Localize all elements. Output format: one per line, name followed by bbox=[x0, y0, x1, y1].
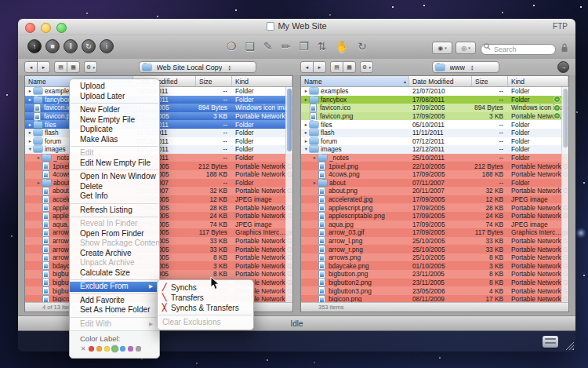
disclosure-triangle[interactable]: ▾ bbox=[303, 146, 310, 152]
file-row[interactable]: favicon.png17/09/20053 KBPortable Networ… bbox=[301, 112, 568, 121]
file-row[interactable]: applescriptable.png17/09/200524 KBPortab… bbox=[301, 212, 568, 220]
menu-item-upload-later[interactable]: Upload Later bbox=[70, 92, 159, 102]
menu-item-synchs[interactable]: ╱Synchs bbox=[158, 282, 253, 293]
menu-item-delete[interactable]: Delete bbox=[70, 182, 159, 192]
disclosure-triangle[interactable]: ▾ bbox=[27, 146, 34, 152]
back-button[interactable]: ◂ bbox=[300, 61, 314, 73]
column-view-button[interactable]: ▦ bbox=[67, 61, 80, 73]
label-color-dot[interactable] bbox=[128, 346, 133, 352]
file-row[interactable]: 1pixel.png22/10/2005212 BytesPortable Ne… bbox=[301, 162, 568, 170]
label-color-dot[interactable] bbox=[104, 346, 110, 352]
disclosure-triangle[interactable]: ▸ bbox=[303, 138, 310, 144]
file-row[interactable]: 4cows.png17/09/2005188 KBPortable Networ… bbox=[301, 170, 568, 179]
menu-item-make-alias[interactable]: Make Alias bbox=[70, 135, 159, 145]
file-row[interactable]: bigbutton2.png23/11/20058 KBPortable Net… bbox=[301, 279, 568, 287]
file-row[interactable]: ▸examples21/07/2010--Folder bbox=[301, 87, 568, 96]
file-row[interactable]: bigicon.png08/11/200917 KBPortable Netwo… bbox=[301, 295, 568, 302]
file-row[interactable]: ▸forum07/12/2011--Folder bbox=[301, 137, 568, 146]
column-header-date-modified[interactable]: Date Modified bbox=[409, 76, 472, 86]
menu-item-open-from-finder[interactable]: Open From Finder bbox=[70, 229, 159, 239]
file-row[interactable]: ▸about07/11/2007--Folder bbox=[301, 179, 568, 188]
menu-item-open-in-new-window[interactable]: Open In New Window bbox=[70, 172, 159, 182]
reload-icon[interactable]: ↻ bbox=[358, 40, 367, 53]
preview-button[interactable]: ◎ bbox=[456, 42, 476, 54]
disclosure-triangle[interactable]: ▸ bbox=[27, 138, 34, 144]
file-row[interactable]: ▸_notes25/10/2011--Folder bbox=[301, 154, 568, 162]
file-row[interactable]: arrow_r.png25/10/200533 KBPortable Netwo… bbox=[301, 245, 568, 253]
edit-file-icon[interactable]: ✎ bbox=[263, 40, 273, 53]
column-header-size[interactable]: Size bbox=[196, 76, 232, 86]
menu-item-refresh-listing[interactable]: Refresh Listing bbox=[70, 206, 159, 216]
file-row[interactable]: arrows.png25/10/20058 KBPortable Network… bbox=[301, 253, 568, 262]
scrollbar-thumb[interactable] bbox=[287, 89, 292, 151]
file-row[interactable]: arrow_l.png25/10/200533 KBPortable Netwo… bbox=[301, 237, 568, 246]
disclosure-triangle[interactable]: ▸ bbox=[27, 122, 34, 128]
disclosure-triangle[interactable]: ▸ bbox=[303, 97, 310, 103]
menu-item-add-favorite[interactable]: Add Favorite bbox=[70, 296, 159, 306]
disclosure-triangle[interactable]: ▸ bbox=[303, 122, 310, 128]
pause-button[interactable]: ‖ bbox=[64, 39, 78, 53]
forward-button[interactable]: ▸ bbox=[313, 61, 326, 73]
label-color-dot[interactable] bbox=[89, 346, 94, 352]
file-row[interactable]: favicon.ico17/09/2005894 BytesWindows ic… bbox=[301, 104, 568, 112]
resize-grip[interactable] bbox=[565, 341, 574, 350]
menu-item-duplicate[interactable]: Duplicate bbox=[70, 125, 159, 135]
gear-icon[interactable]: ⚙ bbox=[360, 61, 373, 73]
label-color-dot[interactable] bbox=[120, 346, 125, 352]
disclosure-triangle[interactable]: ▸ bbox=[27, 97, 34, 103]
file-row[interactable]: accelerated.jpg17/09/200512 KBJPEG image bbox=[301, 195, 568, 204]
file-row[interactable]: aqua.jpg17/09/200574 KBJPEG image bbox=[301, 220, 568, 229]
disclosure-triangle[interactable]: ▸ bbox=[27, 129, 34, 136]
file-row[interactable]: bigbutton.png23/11/20058 KBPortable Netw… bbox=[301, 270, 568, 279]
scrollbar-thumb[interactable] bbox=[563, 89, 568, 148]
menu-item-upload[interactable]: Upload bbox=[70, 82, 159, 92]
column-header-kind[interactable]: Kind bbox=[508, 76, 568, 86]
lock-icon[interactable] bbox=[561, 43, 568, 53]
disclosure-triangle[interactable]: ▸ bbox=[27, 88, 34, 94]
disclosure-triangle[interactable]: ▸ bbox=[303, 129, 310, 136]
disclosure-triangle[interactable]: ▸ bbox=[35, 155, 42, 161]
disclosure-triangle[interactable]: ▸ bbox=[311, 180, 318, 186]
menu-item-edit-new-empty-file[interactable]: Edit New Empty File bbox=[70, 158, 159, 169]
upload-button[interactable]: ↑ bbox=[27, 39, 42, 53]
back-button[interactable]: ◂ bbox=[24, 61, 38, 73]
label-color-dot[interactable] bbox=[112, 346, 118, 352]
menu-item-new-empty-file[interactable]: New Empty File bbox=[70, 115, 159, 126]
menu-item-synchs-transfers[interactable]: ╳Synchs & Transfers bbox=[158, 303, 253, 313]
local-path-popup[interactable]: Web Site Local Copy bbox=[139, 61, 256, 73]
search-input[interactable] bbox=[481, 44, 556, 55]
file-row[interactable]: ▾images12/12/2011--Folder bbox=[301, 145, 568, 154]
menu-item-new-folder[interactable]: New Folder bbox=[70, 105, 159, 115]
list-view-button[interactable]: ▤ bbox=[54, 61, 67, 73]
menu-item-set-as-home-folder[interactable]: Set As Home Folder bbox=[70, 305, 159, 315]
file-row[interactable]: bigbutton3.png23/05/20064 KBPortable Net… bbox=[301, 286, 568, 295]
file-row[interactable]: about.png20/11/200732 KBPortable Network… bbox=[301, 187, 568, 195]
list-view-button[interactable]: ▤ bbox=[330, 61, 343, 73]
clear-label-button[interactable]: ✕ bbox=[80, 345, 86, 352]
info-button[interactable]: i bbox=[100, 39, 114, 53]
sync-icon[interactable]: ⇅ bbox=[318, 40, 327, 53]
stop-button[interactable]: ■ bbox=[45, 39, 60, 53]
go-button[interactable]: → bbox=[557, 61, 569, 73]
dock-device-icon[interactable] bbox=[543, 336, 558, 348]
column-view-button[interactable]: ▦ bbox=[343, 61, 356, 73]
file-row[interactable]: arrow_03.gif17/09/2005117 BytesGraphics … bbox=[301, 228, 568, 237]
quick-look-icon[interactable]: ❍ bbox=[227, 40, 237, 53]
new-file-icon[interactable]: ❏ bbox=[245, 40, 256, 53]
forward-button[interactable]: ▸ bbox=[37, 61, 50, 73]
disclosure-triangle[interactable]: ▸ bbox=[35, 180, 42, 186]
label-color-dot[interactable] bbox=[96, 346, 102, 352]
disclosure-triangle[interactable]: ▸ bbox=[311, 155, 318, 161]
disclosure-triangle[interactable]: ▸ bbox=[303, 88, 310, 94]
menu-item-exclude-from[interactable]: Exclude From▶ bbox=[70, 282, 159, 292]
file-row[interactable]: ▸fancybox17/08/2011--Folder+ bbox=[301, 96, 568, 104]
column-header-name[interactable]: Name bbox=[301, 76, 409, 86]
column-header-size[interactable]: Size bbox=[472, 76, 508, 86]
menu-item-transfers[interactable]: ╲Transfers bbox=[158, 293, 253, 303]
remote-path-popup[interactable]: www bbox=[432, 61, 499, 73]
file-row[interactable]: bdaycake.png01/10/20053 KBPortable Netwo… bbox=[301, 261, 568, 270]
menu-item-create-archive[interactable]: Create Archive bbox=[70, 249, 159, 259]
refresh-button[interactable]: ↻ bbox=[82, 39, 96, 53]
file-row[interactable]: applescript.png17/09/200528 KBPortable N… bbox=[301, 203, 568, 212]
menu-item-calculate-size[interactable]: Calculate Size bbox=[70, 268, 159, 279]
